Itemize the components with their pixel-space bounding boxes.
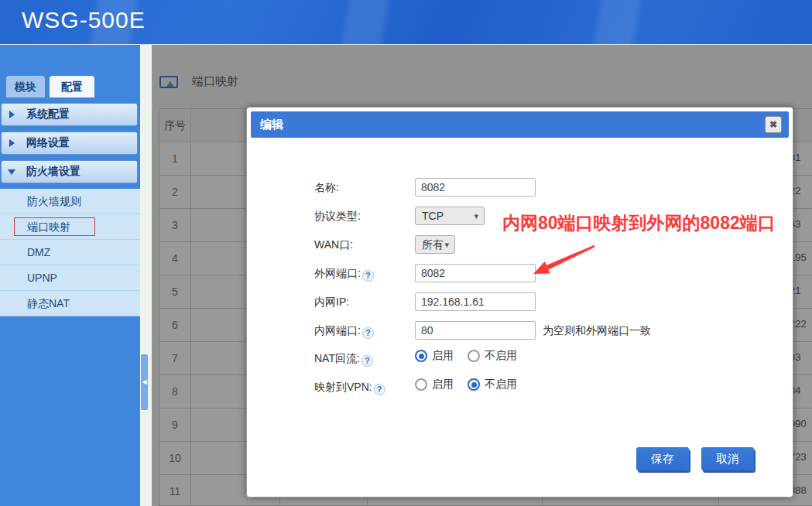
lan-port-input[interactable] [415,321,536,340]
sidebar-item-firewall-settings[interactable]: 防火墙设置 [1,160,138,183]
radio-label: 启用 [432,378,454,391]
ext-port-input[interactable] [415,264,536,282]
field-label-text: 映射到VPN: [314,381,372,393]
cancel-button[interactable]: 取消 [701,447,754,470]
dialog-titlebar[interactable]: 编辑 ✖ [251,111,789,138]
radio-label: 不启用 [485,378,517,391]
sidebar-item-static-nat[interactable]: 静态NAT [0,291,140,316]
field-label: 协议类型: [314,207,361,225]
wan-selected-value: 所有 [422,238,444,251]
radio-disable[interactable] [468,350,480,362]
sidebar-item-port-mapping[interactable]: 端口映射 [0,214,140,240]
lan-ip-input[interactable] [415,292,536,311]
radio-label: 不启用 [485,349,517,363]
map-vpn-radio-group: 启用 不启用 [415,378,531,391]
field-label-text: 内网端口: [314,324,361,337]
app-window: WSG-500E 模块 配置 系统配置 网络设置 防火墙设置 防火墙规则 端口映… [0,0,812,506]
sidebar-item-label: 防火墙设置 [26,165,81,179]
help-icon[interactable] [362,270,374,282]
form-row-wan: WAN口: 所有 ▾ [247,235,793,254]
tab-config[interactable]: 配置 [50,76,94,97]
protocol-selected-value: TCP [422,210,444,222]
sidebar-collapse-handle[interactable]: ◀ [141,354,148,410]
field-label: WAN口: [314,235,353,254]
form-row-ext-port: 外网端口: [247,264,793,282]
lan-port-note: 为空则和外网端口一致 [543,321,651,340]
field-label: 外网端口: [314,264,374,282]
sidebar-divider: ◀ [140,45,152,506]
form-row-lan-port: 内网端口: 为空则和外网端口一致 [247,321,793,340]
name-input[interactable] [415,178,536,197]
save-button[interactable]: 保存 [636,447,689,470]
field-label: NAT回流: [314,349,373,368]
sidebar-item-system-config[interactable]: 系统配置 [1,103,138,126]
help-icon[interactable] [362,327,374,339]
sidebar-item-label: 系统配置 [26,108,70,121]
sidebar: 模块 配置 系统配置 网络设置 防火墙设置 防火墙规则 端口映射 DMZ [0,45,140,506]
form-row-nat-loopback: NAT回流: 启用 不启用 [247,349,793,368]
chevron-down-icon [8,169,15,175]
edit-dialog: 编辑 ✖ 名称: 协议类型: TCP ▾ WAN口: 所有 ▾ 外网端口: [246,107,793,497]
field-label: 名称: [314,178,339,197]
field-label: 映射到VPN: [314,378,385,396]
chevron-down-icon: ▾ [474,207,478,224]
sidebar-item-label: 网络设置 [26,136,70,150]
top-header: WSG-500E [0,0,812,45]
nat-loopback-radio-group: 启用 不启用 [415,349,531,363]
sidebar-item-upnp[interactable]: UPNP [0,265,140,291]
sidebar-menu: 系统配置 网络设置 防火墙设置 防火墙规则 端口映射 DMZ UPNP 静态NA… [0,103,140,322]
form-row-name: 名称: [247,178,793,197]
chevron-right-icon [9,139,15,147]
chevron-down-icon: ▾ [444,236,449,253]
wan-select[interactable]: 所有 ▾ [415,235,455,254]
sidebar-item-label: 端口映射 [27,221,70,233]
form-row-map-vpn: 映射到VPN: 启用 不启用 [247,378,793,396]
form-row-lan-ip: 内网IP: [247,292,793,311]
dialog-title: 编辑 [260,111,283,138]
close-icon[interactable]: ✖ [765,116,782,133]
firewall-submenu: 防火墙规则 端口映射 DMZ UPNP 静态NAT [0,189,140,316]
help-icon[interactable] [374,384,385,395]
tab-modules[interactable]: 模块 [6,76,45,97]
annotation-text: 内网80端口映射到外网的8082端口 [502,211,793,235]
field-label-text: NAT回流: [314,352,360,364]
radio-enable[interactable] [415,378,427,391]
radio-enable[interactable] [415,350,427,362]
protocol-select[interactable]: TCP ▾ [415,207,485,225]
radio-label: 启用 [432,349,454,363]
field-label: 内网端口: [314,321,374,340]
help-icon[interactable] [361,355,373,367]
sidebar-item-dmz[interactable]: DMZ [0,240,140,265]
radio-disable[interactable] [468,378,480,391]
sidebar-item-firewall-rules[interactable]: 防火墙规则 [0,189,140,214]
field-label-text: 外网端口: [314,267,361,279]
chevron-right-icon [9,111,15,118]
sidebar-item-network-settings[interactable]: 网络设置 [1,132,138,155]
product-title: WSG-500E [22,7,146,33]
field-label: 内网IP: [314,292,349,311]
